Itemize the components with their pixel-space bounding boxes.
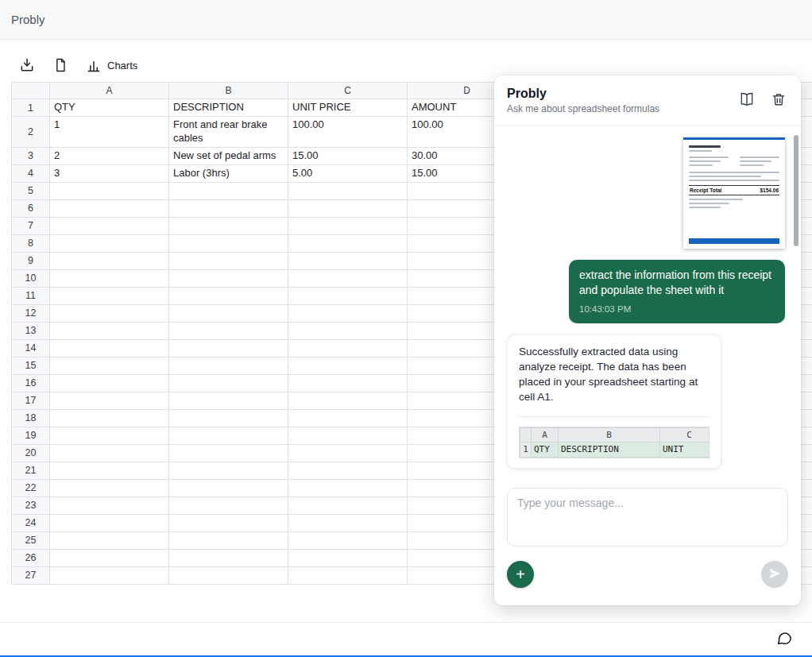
cell[interactable]: [288, 304, 408, 322]
clear-chat-button[interactable]: [769, 90, 788, 111]
chat-toggle-button[interactable]: [774, 628, 795, 651]
cell[interactable]: [288, 357, 408, 374]
row-header[interactable]: 8: [12, 234, 50, 252]
row-header[interactable]: 7: [12, 217, 50, 234]
cell[interactable]: [169, 409, 288, 427]
cell[interactable]: [169, 462, 288, 479]
cell[interactable]: [50, 252, 169, 269]
cell[interactable]: 2: [50, 147, 169, 164]
receipt-attachment[interactable]: Receipt Total $154.06: [683, 137, 785, 249]
cell[interactable]: [288, 462, 408, 479]
cell[interactable]: [50, 339, 169, 357]
cell[interactable]: [50, 479, 169, 497]
corner-cell[interactable]: [12, 83, 50, 99]
cell[interactable]: [169, 531, 288, 549]
cell[interactable]: [50, 287, 169, 304]
cell[interactable]: [50, 199, 169, 217]
cell[interactable]: DESCRIPTION: [169, 99, 288, 117]
chat-scrollbar[interactable]: [794, 135, 798, 474]
cell[interactable]: [50, 409, 169, 427]
cell[interactable]: [288, 182, 408, 199]
row-header[interactable]: 12: [12, 304, 50, 322]
cell[interactable]: [50, 462, 169, 479]
row-header[interactable]: 3: [12, 147, 50, 164]
row-header[interactable]: 27: [12, 566, 50, 584]
cell[interactable]: [50, 357, 169, 374]
column-header[interactable]: A: [50, 83, 169, 99]
cell[interactable]: [288, 409, 408, 427]
cell[interactable]: [169, 234, 288, 252]
cell[interactable]: [288, 339, 408, 357]
cell[interactable]: [50, 514, 169, 531]
cell[interactable]: [50, 217, 169, 234]
cell[interactable]: [169, 549, 288, 566]
cell[interactable]: [169, 514, 288, 531]
row-header[interactable]: 9: [12, 252, 50, 269]
cell[interactable]: [169, 479, 288, 497]
cell[interactable]: [288, 322, 408, 339]
cell[interactable]: [50, 234, 169, 252]
new-file-button[interactable]: [51, 56, 70, 75]
cell[interactable]: [288, 479, 408, 497]
cell[interactable]: [169, 304, 288, 322]
cell[interactable]: [50, 392, 169, 409]
cell[interactable]: 3: [50, 164, 169, 182]
cell[interactable]: [169, 252, 288, 269]
cell[interactable]: [169, 357, 288, 374]
cell[interactable]: UNIT PRICE: [288, 99, 408, 117]
cell[interactable]: [169, 322, 288, 339]
cell[interactable]: [50, 269, 169, 287]
cell[interactable]: [288, 392, 408, 409]
cell[interactable]: [169, 392, 288, 409]
cell[interactable]: 15.00: [288, 147, 408, 164]
cell[interactable]: [50, 566, 169, 584]
row-header[interactable]: 21: [12, 462, 50, 479]
cell[interactable]: [50, 549, 169, 566]
cell[interactable]: QTY: [50, 99, 169, 117]
row-header[interactable]: 24: [12, 514, 50, 531]
download-button[interactable]: [17, 56, 37, 75]
row-header[interactable]: 25: [12, 531, 50, 549]
cell[interactable]: 1: [50, 117, 169, 148]
row-header[interactable]: 1: [12, 99, 50, 117]
cell[interactable]: 100.00: [288, 117, 408, 148]
row-header[interactable]: 20: [12, 444, 50, 462]
cell[interactable]: Labor (3hrs): [169, 164, 288, 182]
attach-button[interactable]: +: [507, 561, 534, 588]
cell[interactable]: [288, 566, 408, 584]
cell[interactable]: [288, 287, 408, 304]
row-header[interactable]: 23: [12, 497, 50, 514]
row-header[interactable]: 6: [12, 199, 50, 217]
cell[interactable]: [50, 322, 169, 339]
row-header[interactable]: 4: [12, 164, 50, 182]
cell[interactable]: [169, 497, 288, 514]
cell[interactable]: [288, 374, 408, 392]
cell[interactable]: [169, 199, 288, 217]
cell[interactable]: [288, 514, 408, 531]
cell[interactable]: [288, 217, 408, 234]
row-header[interactable]: 16: [12, 374, 50, 392]
row-header[interactable]: 19: [12, 427, 50, 444]
history-button[interactable]: [737, 90, 756, 111]
cell[interactable]: [169, 182, 288, 199]
row-header[interactable]: 22: [12, 479, 50, 497]
cell[interactable]: [288, 497, 408, 514]
cell[interactable]: [288, 199, 408, 217]
row-header[interactable]: 14: [12, 339, 50, 357]
cell[interactable]: [169, 217, 288, 234]
cell[interactable]: [169, 287, 288, 304]
row-header[interactable]: 5: [12, 182, 50, 199]
row-header[interactable]: 2: [12, 117, 50, 148]
cell[interactable]: [288, 549, 408, 566]
scrollbar-thumb[interactable]: [794, 135, 798, 246]
cell[interactable]: [169, 374, 288, 392]
send-button[interactable]: [761, 561, 788, 588]
cell[interactable]: [50, 531, 169, 549]
cell[interactable]: 5.00: [288, 164, 408, 182]
row-header[interactable]: 15: [12, 357, 50, 374]
row-header[interactable]: 13: [12, 322, 50, 339]
cell[interactable]: [169, 427, 288, 444]
row-header[interactable]: 17: [12, 392, 50, 409]
cell[interactable]: [50, 374, 169, 392]
cell[interactable]: [50, 497, 169, 514]
